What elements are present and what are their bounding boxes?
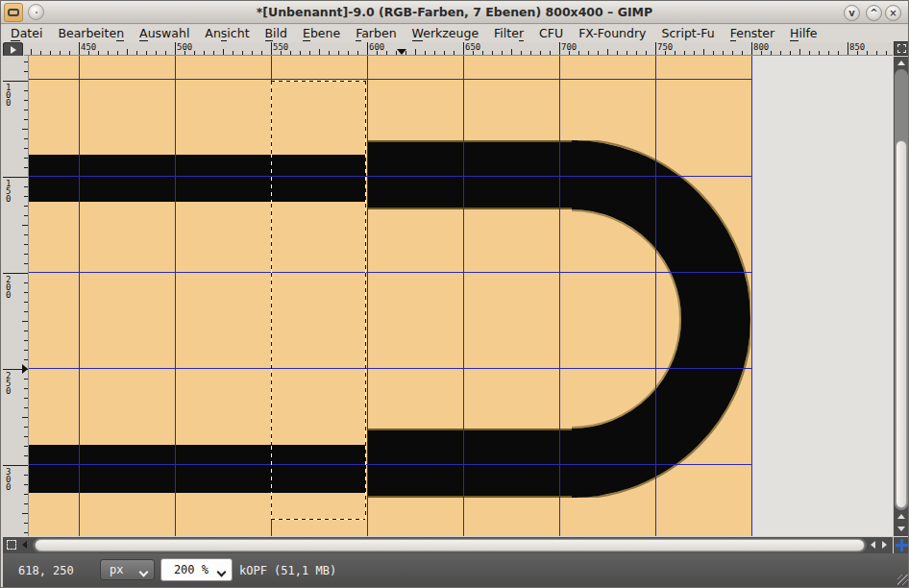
chevron-down-icon <box>140 569 147 576</box>
ruler-tick <box>40 51 41 55</box>
menu-item-bild[interactable]: Bild <box>258 25 295 42</box>
vscroll-thumb[interactable] <box>896 140 907 508</box>
zoom-value: 200 % <box>174 563 209 576</box>
ruler-tick <box>24 427 28 428</box>
ruler-tick <box>223 49 224 55</box>
horizontal-ruler[interactable]: 450500550600650700750800850 <box>24 42 893 56</box>
quickmask-toggle[interactable] <box>6 539 18 551</box>
hscroll-track[interactable] <box>33 538 867 552</box>
ruler-tick <box>261 51 262 55</box>
menu-item-filter[interactable]: Filter <box>486 25 531 42</box>
ruler-tick <box>127 49 128 55</box>
status-bar: 618, 250 px 200 % kOPF (51,1 MB) <box>3 553 908 587</box>
zoom-follow-window-toggle[interactable] <box>894 41 909 56</box>
scroll-up2-icon[interactable] <box>897 514 905 519</box>
ruler-tick <box>886 51 887 55</box>
vscroll-track[interactable] <box>895 69 908 510</box>
guide-horizontal <box>29 464 751 465</box>
maximize-button[interactable]: ^ <box>866 5 882 21</box>
ruler-tick <box>194 51 195 55</box>
ruler-tick <box>819 51 820 55</box>
ruler-tick <box>742 51 743 55</box>
chevron-down-icon <box>218 569 225 576</box>
ruler-tick <box>24 254 28 255</box>
close-button[interactable]: × <box>885 5 901 21</box>
ruler-tick <box>204 51 205 55</box>
menu-item-auswahl[interactable]: Auswahl <box>132 25 197 42</box>
scroll-left-icon[interactable] <box>22 541 27 549</box>
ruler-tick <box>98 51 99 55</box>
scroll-up-icon[interactable] <box>897 61 905 65</box>
guide-horizontal <box>29 176 751 177</box>
scroll-left2-icon[interactable] <box>871 541 875 549</box>
menu-item-ansicht[interactable]: Ansicht <box>197 25 257 42</box>
ruler-tick <box>3 177 28 178</box>
menu-item-script-fu[interactable]: Script-Fu <box>653 25 722 42</box>
vertical-ruler[interactable]: 1 0 01 5 02 0 02 5 03 0 0 <box>3 56 29 536</box>
dashed-square-icon <box>897 44 906 53</box>
horizontal-scrollbar[interactable] <box>3 537 893 553</box>
menu-item-fenster[interactable]: Fenster <box>723 25 782 42</box>
road-thick-top <box>367 140 577 209</box>
ruler-tick <box>828 51 829 55</box>
guide-horizontal <box>29 368 751 369</box>
ruler-tick <box>69 51 70 55</box>
ruler-tick <box>24 234 28 235</box>
ruler-tick <box>50 51 51 55</box>
ruler-tick <box>598 51 599 55</box>
ruler-tick <box>24 167 28 168</box>
ruler-tick <box>511 49 512 55</box>
ruler-tick <box>24 292 28 293</box>
ruler-tick <box>492 51 493 55</box>
ruler-tick <box>24 90 28 91</box>
canvas-viewport[interactable] <box>29 56 893 536</box>
ruler-tick <box>578 51 579 55</box>
ruler-tick <box>809 51 810 55</box>
road-thick-bottom <box>367 429 577 498</box>
ruler-tick <box>24 379 28 380</box>
menu-item-datei[interactable]: Datei <box>3 25 50 42</box>
menu-item-bearbeiten[interactable]: Bearbeiten <box>50 25 132 42</box>
vertical-scrollbar[interactable] <box>894 57 909 536</box>
menu-item-werkzeuge[interactable]: Werkzeuge <box>405 25 487 42</box>
navigation-button[interactable] <box>894 537 909 553</box>
ruler-label-100: 1 0 0 <box>6 84 11 107</box>
ruler-tick <box>175 42 176 55</box>
ruler-tick <box>454 51 454 55</box>
minimize-button[interactable]: v <box>844 5 860 21</box>
ruler-tick <box>156 51 157 55</box>
menu-item-farben[interactable]: Farben <box>348 25 404 42</box>
offcanvas-area <box>751 56 893 536</box>
ruler-tick <box>348 51 349 55</box>
ruler-tick <box>24 398 28 399</box>
scroll-right-icon[interactable] <box>882 541 887 549</box>
ruler-tick <box>24 215 28 216</box>
ruler-label-600: 600 <box>369 42 384 52</box>
hscroll-thumb[interactable] <box>35 539 865 551</box>
ruler-tick <box>24 388 28 389</box>
menu-item-cfu[interactable]: CFU <box>531 25 571 42</box>
ruler-label-300: 3 0 0 <box>6 468 11 491</box>
ruler-tick <box>24 186 28 187</box>
ruler-label-800: 800 <box>753 42 769 52</box>
ruler-tick <box>713 51 714 55</box>
ruler-tick <box>24 475 28 476</box>
unit-dropdown[interactable]: px <box>100 559 155 580</box>
scroll-down-icon[interactable] <box>897 527 905 531</box>
ruler-tick <box>732 51 733 55</box>
ruler-tick <box>550 51 551 55</box>
title-bar: *[Unbenannt]-9.0 (RGB-Farben, 7 Ebenen) … <box>1 1 908 24</box>
ruler-tick <box>60 51 61 55</box>
ruler-tick <box>703 49 704 55</box>
menu-item-ebene[interactable]: Ebene <box>295 25 348 42</box>
ruler-tick <box>636 51 637 55</box>
ruler-tick <box>136 51 137 55</box>
image-area[interactable] <box>29 56 751 536</box>
menu-item-fx-foundry[interactable]: FX-Foundry <box>571 25 653 42</box>
ruler-tick <box>24 71 28 72</box>
canvas-menu-button[interactable] <box>3 42 23 57</box>
resize-grip[interactable] <box>897 575 908 585</box>
zoom-dropdown[interactable]: 200 % <box>160 558 233 581</box>
menu-item-hilfe[interactable]: Hilfe <box>782 25 824 42</box>
ruler-tick <box>415 49 416 55</box>
